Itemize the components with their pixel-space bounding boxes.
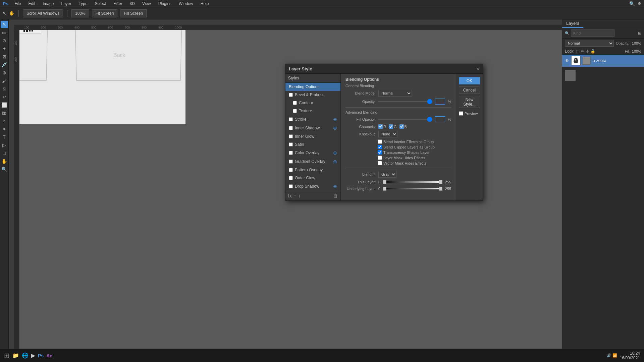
- style-outer-glow[interactable]: Outer Glow: [285, 174, 340, 182]
- preview-checkbox[interactable]: [459, 111, 463, 116]
- fill-opacity-slider[interactable]: [378, 119, 432, 120]
- tool-zoom[interactable]: 🔍: [1, 166, 8, 173]
- fit-screen-button[interactable]: Fit Screen: [92, 9, 118, 17]
- channel-b[interactable]: B: [399, 124, 407, 129]
- style-contour[interactable]: Contour: [285, 99, 340, 107]
- tab-layers[interactable]: Layers: [562, 19, 583, 28]
- menu-window[interactable]: Window: [177, 1, 195, 6]
- gradient-overlay-checkbox[interactable]: [289, 160, 293, 164]
- menu-view[interactable]: View: [141, 1, 152, 6]
- style-satin[interactable]: Satin: [285, 140, 340, 148]
- underlying-handle-right[interactable]: [439, 187, 442, 191]
- this-layer-handle-left[interactable]: [383, 180, 386, 184]
- menu-layer[interactable]: Layer: [60, 1, 73, 6]
- cancel-button[interactable]: Cancel: [459, 86, 480, 94]
- style-gradient-overlay[interactable]: Gradient Overlay ⊕: [285, 157, 340, 166]
- menu-type[interactable]: Type: [77, 1, 89, 6]
- blend-interior-checkbox[interactable]: [378, 139, 382, 144]
- blend-if-dropdown[interactable]: Gray: [378, 171, 396, 178]
- move-style-up-button[interactable]: ↑: [294, 193, 296, 198]
- search-icon[interactable]: 🔍: [629, 1, 635, 6]
- dialog-close-button[interactable]: ×: [477, 66, 479, 71]
- taskbar-ps[interactable]: Ps: [38, 353, 44, 358]
- channel-r[interactable]: R: [378, 124, 386, 129]
- blend-mode-dropdown[interactable]: Normal: [378, 90, 412, 97]
- taskbar-ae[interactable]: Ae: [46, 353, 52, 358]
- ok-button[interactable]: OK: [459, 77, 480, 84]
- tool-eraser[interactable]: ⬜: [1, 101, 8, 109]
- layer-mask-hides-checkbox[interactable]: [378, 156, 382, 160]
- fill-value[interactable]: 100%: [632, 49, 641, 53]
- move-tool-icon[interactable]: ↖: [3, 11, 6, 16]
- style-pattern-overlay[interactable]: Pattern Overlay: [285, 166, 340, 174]
- inner-glow-checkbox[interactable]: [289, 134, 293, 138]
- add-style-button[interactable]: fx: [288, 193, 292, 198]
- gradient-overlay-add-icon[interactable]: ⊕: [333, 159, 337, 164]
- blend-clipped-checkbox[interactable]: [378, 145, 382, 149]
- lock-move-icon[interactable]: ✛: [586, 49, 589, 54]
- taskbar-media[interactable]: ▶: [31, 352, 35, 359]
- stroke-checkbox[interactable]: [289, 117, 293, 121]
- style-inner-glow[interactable]: Inner Glow: [285, 132, 340, 140]
- layers-search-input[interactable]: [571, 29, 614, 37]
- opacity-value[interactable]: 100%: [631, 41, 641, 45]
- scroll-all-button[interactable]: Scroll All Windows: [23, 9, 63, 17]
- style-stroke[interactable]: Stroke ⊕: [285, 115, 340, 124]
- channel-g[interactable]: G: [389, 124, 397, 129]
- underlying-handle-left[interactable]: [383, 187, 386, 191]
- tool-hand[interactable]: ✋: [1, 158, 8, 165]
- style-texture[interactable]: Texture: [285, 107, 340, 115]
- zoom-100-button[interactable]: 100%: [71, 9, 89, 17]
- bevel-emboss-checkbox[interactable]: [289, 93, 293, 97]
- menu-image[interactable]: Image: [41, 1, 55, 6]
- opacity-slider[interactable]: [378, 101, 432, 102]
- move-style-down-button[interactable]: ↓: [298, 193, 301, 198]
- lock-position-icon[interactable]: ⬚: [576, 49, 580, 54]
- drop-shadow-checkbox[interactable]: [289, 184, 293, 188]
- tool-magic-wand[interactable]: ✦: [1, 45, 8, 52]
- channel-r-checkbox[interactable]: [378, 124, 383, 129]
- delete-style-button[interactable]: 🗑: [333, 193, 338, 198]
- pattern-overlay-checkbox[interactable]: [289, 168, 293, 172]
- menu-edit[interactable]: Edit: [27, 1, 37, 6]
- texture-checkbox[interactable]: [293, 109, 297, 113]
- contour-checkbox[interactable]: [293, 101, 297, 105]
- tool-select-rect[interactable]: ▭: [1, 29, 8, 36]
- style-inner-shadow[interactable]: Inner Shadow ⊕: [285, 124, 340, 132]
- layer-color-swatch[interactable]: [565, 70, 576, 81]
- transparency-shapes-checkbox[interactable]: [378, 150, 382, 155]
- tool-history-brush[interactable]: ↩: [1, 93, 8, 101]
- this-layer-handle-right[interactable]: [439, 180, 442, 184]
- opacity-value-input[interactable]: 100: [435, 99, 445, 105]
- tool-path-select[interactable]: ▷: [1, 141, 8, 149]
- tool-spot-heal[interactable]: ⊕: [1, 69, 8, 76]
- menu-filter[interactable]: Filter: [112, 1, 124, 6]
- layer-item-zebra[interactable]: 👁 a-zebra: [562, 55, 644, 67]
- color-overlay-checkbox[interactable]: [289, 151, 293, 155]
- taskbar-chrome[interactable]: 🌐: [22, 352, 29, 359]
- vector-mask-hides-checkbox[interactable]: [378, 161, 382, 165]
- workspace-icon[interactable]: ⚙: [638, 1, 641, 6]
- tool-gradient[interactable]: ▦: [1, 109, 8, 117]
- tool-lasso[interactable]: ⊙: [1, 37, 8, 44]
- filter-icon[interactable]: ⊞: [638, 31, 641, 36]
- inner-shadow-checkbox[interactable]: [289, 126, 293, 130]
- tool-crop[interactable]: ⊠: [1, 53, 8, 60]
- tool-brush[interactable]: 🖌: [1, 77, 8, 84]
- style-bevel-emboss[interactable]: Bevel & Emboss: [285, 91, 340, 99]
- channel-g-checkbox[interactable]: [389, 124, 393, 129]
- drop-shadow-add-icon[interactable]: ⊕: [333, 184, 337, 189]
- layer-visibility-eye[interactable]: 👁: [565, 58, 569, 63]
- new-style-button[interactable]: New Style...: [459, 96, 480, 108]
- this-layer-slider-container[interactable]: [383, 180, 442, 184]
- tool-dodge[interactable]: ○: [1, 117, 8, 125]
- menu-file[interactable]: File: [13, 1, 22, 6]
- stroke-add-icon[interactable]: ⊕: [333, 117, 337, 122]
- menu-select[interactable]: Select: [94, 1, 107, 6]
- fill-opacity-value[interactable]: 100: [435, 116, 445, 122]
- tool-clone[interactable]: ⎘: [1, 85, 8, 93]
- tool-move[interactable]: ↖: [1, 21, 8, 28]
- color-overlay-add-icon[interactable]: ⊕: [333, 150, 337, 156]
- tool-shape[interactable]: □: [1, 149, 8, 157]
- style-drop-shadow[interactable]: Drop Shadow ⊕: [285, 182, 340, 191]
